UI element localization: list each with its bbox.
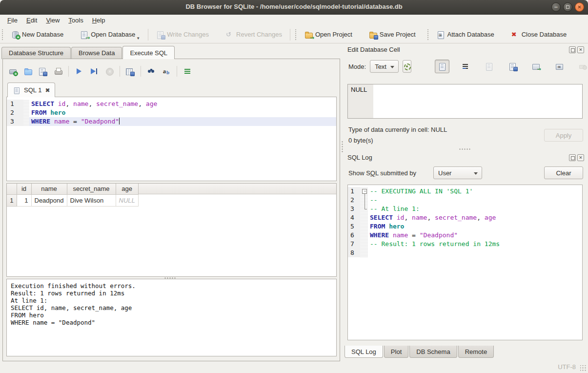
dock-tab-db-schema[interactable]: DB Schema [409, 346, 457, 358]
toolbar-drag-handle[interactable] [295, 29, 298, 40]
stop-icon [105, 67, 113, 75]
new-database-button[interactable]: + New Database [6, 28, 68, 41]
execute-current-line-button[interactable] [88, 65, 100, 78]
open-external-icon [532, 62, 540, 70]
dock-float-icon[interactable] [569, 46, 576, 53]
set-null-icon [579, 62, 587, 70]
sql-log-filter-row: Show SQL submitted by User Clear [348, 166, 584, 181]
format-sql-button[interactable] [182, 65, 193, 78]
sql-editor-lines: 1SELECT id, name, secret_name, age2FROM … [7, 100, 336, 126]
open-project-icon: → [304, 31, 312, 39]
export-cell-button[interactable] [505, 60, 520, 73]
auto-apply-button[interactable] [403, 60, 411, 73]
save-results-button[interactable]: ▼ [124, 65, 136, 78]
sql-file-tab[interactable]: SQL 1 ✖ [7, 83, 55, 97]
menu-view[interactable]: View [41, 16, 64, 25]
close-database-icon [511, 31, 519, 39]
close-button[interactable]: ✕ [575, 2, 584, 12]
cell-editor-icons [435, 60, 588, 73]
column-header-id[interactable]: id [17, 184, 31, 194]
find-button[interactable] [145, 65, 157, 78]
table-row[interactable]: 1 1 Deadpond Dive Wilson NULL [7, 194, 138, 206]
toolbar-drag-handle[interactable] [2, 29, 4, 40]
find-icon [147, 67, 155, 75]
sql-toolbar-separator [68, 66, 69, 77]
cell-size-info: 0 byte(s) [348, 137, 373, 144]
print-sql-button[interactable] [52, 65, 64, 78]
menu-help[interactable]: Help [88, 16, 110, 25]
tab-execute-sql[interactable]: Execute SQL [122, 46, 175, 59]
set-null-button [575, 60, 588, 73]
open-project-button[interactable]: → Open Project [300, 28, 357, 41]
save-sql-file-icon [38, 67, 46, 75]
resize-grip[interactable] [580, 365, 587, 372]
menu-edit[interactable]: Edit [22, 16, 41, 25]
column-header-age[interactable]: age [116, 184, 138, 194]
open-database-button[interactable]: → Open Database ▼ [75, 28, 145, 41]
titlebar[interactable]: DB Browser for SQLite - /home/user/code/… [0, 0, 588, 15]
open-external-button[interactable] [528, 60, 543, 73]
word-wrap-button[interactable] [458, 60, 473, 73]
dock-tab-remote[interactable]: Remote [458, 346, 494, 358]
copy-link-button[interactable] [552, 60, 567, 73]
sql-log-view[interactable]: 1-- EXECUTING ALL IN 'SQL 1'2--3-- At li… [347, 185, 583, 340]
execution-status-log[interactable]: Execution finished without errors. Resul… [6, 279, 337, 356]
tab-database-structure[interactable]: Database Structure [1, 47, 71, 59]
revert-changes-button: Revert Changes [221, 28, 287, 41]
results-grid[interactable]: id name secret_name age 1 1 Deadpond Div… [6, 183, 337, 277]
import-cell-button [482, 60, 496, 73]
close-database-button[interactable]: Close Database [506, 28, 572, 41]
toolbar-drag-handle[interactable] [427, 29, 430, 40]
code-line: 6WHERE name = "Deadpond" [348, 231, 582, 240]
text-mode-button[interactable] [435, 60, 449, 73]
open-sql-file-icon [24, 67, 32, 75]
dock-close-icon[interactable] [577, 46, 584, 53]
tab-browse-data[interactable]: Browse Data [71, 47, 122, 59]
code-line: 2FROM hero [7, 108, 336, 117]
dock-tabbar: SQL Log Plot DB Schema Remote [345, 346, 495, 358]
attach-database-button[interactable]: Attach Database [432, 28, 499, 41]
clear-log-button[interactable]: Clear [544, 166, 583, 179]
code-line: 2-- [348, 196, 582, 205]
execute-all-button[interactable] [73, 65, 85, 78]
main-tabbar: Database Structure Browse Data Execute S… [1, 45, 175, 59]
sql-editor[interactable]: 1SELECT id, name, secret_name, age2FROM … [6, 97, 337, 181]
sql-toolbar-separator [141, 66, 141, 77]
cell-name[interactable]: Deadpond [31, 194, 67, 206]
column-header-secret-name[interactable]: secret_name [67, 184, 116, 194]
auto-completion-button[interactable] [161, 65, 172, 78]
dock-float-icon[interactable] [569, 154, 576, 161]
code-line: 3-- At line 1: [348, 205, 582, 213]
main-toolbar: + New Database → Open Database ▼ Write C… [0, 26, 588, 43]
code-line: 8 [348, 249, 582, 257]
minimize-button[interactable]: − [551, 2, 561, 12]
sql-log-filter-select[interactable]: User [433, 166, 482, 179]
dock-close-icon[interactable] [577, 154, 584, 161]
dock-tab-plot[interactable]: Plot [384, 346, 408, 358]
apply-button: Apply [544, 129, 583, 142]
menu-file[interactable]: File [3, 16, 22, 25]
revert-changes-icon [225, 31, 233, 39]
cell-value: NULL [351, 86, 367, 93]
write-changes-button: Write Changes [151, 28, 214, 41]
mode-select[interactable]: Text [370, 60, 399, 73]
cell-secret-name[interactable]: Dive Wilson [67, 194, 116, 206]
cell-id[interactable]: 1 [17, 194, 31, 206]
app-window: DB Browser for SQLite - /home/user/code/… [0, 0, 588, 373]
code-line: 1SELECT id, name, secret_name, age [7, 100, 336, 108]
open-sql-file-button[interactable] [22, 65, 34, 78]
execute-line-icon [90, 67, 98, 75]
cell-value-editor[interactable]: NULL [347, 84, 583, 119]
column-header-name[interactable]: name [31, 184, 67, 194]
menu-tools[interactable]: Tools [64, 16, 87, 25]
dock-splitter-handle[interactable] [459, 148, 471, 150]
save-sql-file-button[interactable]: ▼ [37, 65, 49, 78]
save-project-button[interactable]: Save Project [364, 28, 421, 41]
dock-tab-sql-log[interactable]: SQL Log [345, 346, 383, 358]
link-icon [555, 62, 563, 70]
open-sql-tab-button[interactable]: + [7, 65, 19, 78]
open-database-dropdown-icon[interactable]: ▼ [136, 36, 140, 41]
close-sql-tab-icon[interactable]: ✖ [45, 87, 50, 93]
cell-age[interactable]: NULL [116, 194, 138, 206]
maximize-button[interactable] [563, 2, 572, 12]
